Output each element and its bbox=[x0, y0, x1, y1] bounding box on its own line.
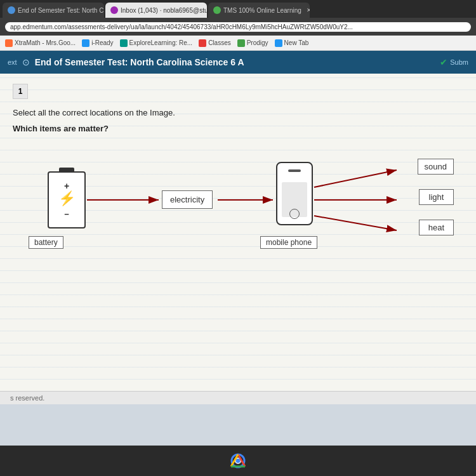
bookmark-prodigy-label: Prodigy bbox=[247, 39, 268, 46]
phone-button bbox=[289, 209, 300, 219]
tab-2[interactable]: Inbox (1,043) · nobla6965@stu... ✕ bbox=[105, 3, 207, 18]
tab-bar: End of Semester Test: North Car... ✕ Inb… bbox=[0, 0, 476, 18]
browser-chrome: End of Semester Test: North Car... ✕ Inb… bbox=[0, 0, 476, 51]
tab-1-favicon bbox=[8, 6, 15, 14]
battery-top bbox=[59, 168, 74, 173]
bookmark-newtab-label: New Tab bbox=[284, 39, 309, 46]
svg-line-3 bbox=[314, 170, 397, 187]
bookmark-iready-icon bbox=[82, 39, 89, 47]
address-text[interactable]: app.edmentum.com/assessments-delivery/ua… bbox=[5, 22, 471, 32]
bookmark-classes-icon bbox=[199, 39, 206, 47]
chrome-logo-icon bbox=[228, 451, 248, 471]
phone-diagram[interactable] bbox=[276, 162, 313, 225]
page-title: End of Semester Test: North Carolina Sci… bbox=[35, 57, 244, 67]
battery-diagram[interactable]: + ⚡ − bbox=[48, 171, 86, 228]
instruction-text: Select all the correct locations on the … bbox=[13, 108, 463, 117]
taskbar bbox=[0, 446, 476, 476]
battery-label[interactable]: battery bbox=[29, 236, 63, 249]
bookmark-prodigy-icon bbox=[237, 39, 245, 47]
tab-1-label: End of Semester Test: North Car... bbox=[18, 7, 104, 14]
tab-3-label: TMS 100% Online Learning bbox=[223, 7, 301, 14]
battery-bolt: ⚡ bbox=[58, 190, 76, 207]
bookmark-explorelearning-label: ExploreLearning: Re... bbox=[129, 39, 193, 46]
tab-2-label: Inbox (1,043) · nobla6965@stu... bbox=[121, 7, 207, 14]
bookmark-explorelearning-icon bbox=[120, 39, 128, 47]
bookmark-prodigy[interactable]: Prodigy bbox=[237, 39, 268, 47]
diagram-container: + ⚡ − battery electricity mobile phone s… bbox=[22, 152, 454, 267]
bookmark-newtab-icon bbox=[275, 39, 282, 47]
heat-box[interactable]: heat bbox=[419, 220, 454, 235]
tab-1[interactable]: End of Semester Test: North Car... ✕ bbox=[3, 3, 104, 18]
electricity-box[interactable]: electricity bbox=[162, 190, 213, 209]
bookmark-explorelearning[interactable]: ExploreLearning: Re... bbox=[120, 39, 193, 47]
header-right: ✔ Subm bbox=[440, 57, 468, 67]
bookmark-classes[interactable]: Classes bbox=[199, 39, 231, 47]
tab-3-favicon bbox=[213, 6, 221, 14]
phone-label[interactable]: mobile phone bbox=[260, 236, 317, 249]
address-bar: app.edmentum.com/assessments-delivery/ua… bbox=[0, 18, 476, 36]
svg-point-8 bbox=[236, 459, 241, 463]
question-text: Which items are matter? bbox=[13, 124, 463, 133]
heat-label: heat bbox=[428, 223, 444, 232]
light-box[interactable]: light bbox=[419, 189, 454, 205]
battery-minus: − bbox=[64, 209, 69, 219]
footer: s reserved. bbox=[0, 391, 476, 404]
svg-line-5 bbox=[314, 216, 397, 230]
bookmark-iready-label: i-Ready bbox=[91, 39, 113, 46]
bookmark-xtramath-label: XtraMath - Mrs.Goo... bbox=[15, 39, 76, 46]
question-number: 1 bbox=[13, 84, 28, 99]
battery-terminals: + bbox=[64, 182, 69, 190]
footer-text: s reserved. bbox=[10, 394, 44, 402]
bookmark-xtramath-icon bbox=[5, 39, 13, 47]
bookmark-classes-label: Classes bbox=[208, 39, 231, 46]
header-left: ext ⊙ End of Semester Test: North Caroli… bbox=[8, 57, 244, 67]
bookmarks-bar: XtraMath - Mrs.Goo... i-Ready ExploreLea… bbox=[0, 36, 476, 51]
diagram-arrows bbox=[22, 152, 454, 267]
check-circle-icon: ✔ bbox=[440, 57, 447, 67]
sound-box[interactable]: sound bbox=[418, 159, 454, 175]
bookmark-newtab[interactable]: New Tab bbox=[275, 39, 309, 47]
light-label: light bbox=[429, 192, 444, 202]
bookmark-iready[interactable]: i-Ready bbox=[82, 39, 113, 47]
submit-button[interactable]: Subm bbox=[450, 58, 468, 66]
nav-circle-icon: ⊙ bbox=[22, 57, 30, 67]
electricity-label: electricity bbox=[170, 195, 204, 204]
sound-label: sound bbox=[425, 162, 447, 171]
nav-prev-button[interactable]: ext bbox=[8, 58, 17, 66]
app-header: ext ⊙ End of Semester Test: North Caroli… bbox=[0, 51, 476, 74]
main-content: 1 Select all the correct locations on th… bbox=[0, 74, 476, 391]
tab-3-close[interactable]: ✕ bbox=[307, 7, 310, 13]
tab-2-favicon bbox=[110, 6, 118, 14]
phone-speaker bbox=[288, 169, 301, 172]
tab-3[interactable]: TMS 100% Online Learning ✕ bbox=[208, 3, 310, 18]
bookmark-xtramath[interactable]: XtraMath - Mrs.Goo... bbox=[5, 39, 76, 47]
